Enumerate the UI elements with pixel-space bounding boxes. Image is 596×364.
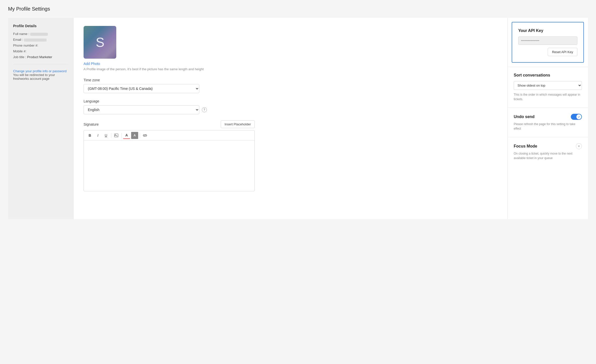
full-name-value (30, 33, 48, 36)
image-button[interactable] (113, 132, 120, 139)
mobile-row: Mobile #: (13, 49, 68, 53)
full-name-row: Full name : (13, 32, 68, 36)
job-title-label: Job title : (13, 55, 26, 59)
main-layout: Profile Details Full name : Email : Phon… (8, 18, 588, 219)
signature-editor: B I U A A (84, 130, 255, 191)
avatar-section: S Add Photo A Profile image of the perso… (84, 26, 497, 71)
insert-placeholder-button[interactable]: Insert Placeholder (221, 120, 255, 128)
undo-send-toggle[interactable]: ✓ (571, 114, 582, 120)
sort-section: Sort conversations Show oldest on top Sh… (508, 67, 588, 107)
page-wrapper: My Profile Settings Profile Details Full… (0, 0, 596, 225)
signature-label: Signature (84, 122, 99, 126)
sidebar-section-title: Profile Details (13, 24, 68, 28)
full-name-label: Full name : (13, 32, 29, 36)
sidebar-divider (13, 64, 68, 64)
sort-hint: This is the order in which messages will… (514, 92, 582, 101)
timezone-label: Time zone (84, 78, 497, 82)
main-content: S Add Photo A Profile image of the perso… (73, 18, 507, 219)
api-key-input[interactable] (518, 37, 577, 45)
job-title-value: Product Marketer (27, 55, 52, 59)
api-key-title: Your API Key (518, 28, 577, 33)
italic-button[interactable]: I (94, 132, 101, 139)
language-label: Language (84, 99, 497, 103)
svg-point-1 (115, 134, 116, 135)
editor-toolbar: B I U A A (84, 130, 254, 141)
toggle-check-icon: ✓ (578, 116, 580, 118)
undo-send-hint: Please refresh the page for this setting… (514, 122, 582, 131)
sort-title: Sort conversations (514, 73, 582, 78)
signature-header: Signature Insert Placeholder (84, 120, 255, 128)
language-select[interactable]: English (84, 105, 199, 114)
avatar-hint: A Profile image of the person, it's best… (84, 67, 204, 71)
profile-link-suffix: You will be redirected to your freshwork… (13, 73, 55, 81)
email-row: Email : (13, 38, 68, 42)
language-group: Language English ? (84, 99, 497, 114)
focus-mode-close-button[interactable]: ✕ (576, 143, 582, 149)
page-title: My Profile Settings (8, 6, 588, 12)
toolbar-separator-1 (111, 133, 111, 138)
undo-send-title: Undo send (514, 115, 535, 119)
profile-link[interactable]: Change your profile info or password (13, 69, 66, 73)
sort-select[interactable]: Show oldest on top Show newest on top (514, 81, 582, 90)
phone-row: Phone number #: (13, 44, 68, 47)
add-photo-link[interactable]: Add Photo (84, 62, 100, 66)
undo-send-header: Undo send ✓ (514, 114, 582, 120)
toolbar-separator-2 (121, 133, 122, 138)
avatar-background: S (84, 26, 116, 59)
font-color-button[interactable]: A (123, 132, 130, 139)
bold-button[interactable]: B (86, 132, 93, 139)
job-title-row: Job title : Product Marketer (13, 55, 68, 59)
profile-link-container: Change your profile info or password You… (13, 69, 68, 81)
signature-editor-body[interactable] (84, 141, 254, 191)
underline-button[interactable]: U (102, 132, 109, 139)
timezone-select[interactable]: (GMT-08:00) Pacific Time (US & Canada) (84, 84, 199, 93)
email-value (24, 39, 47, 42)
signature-group: Signature Insert Placeholder B I U (84, 120, 497, 191)
sidebar: Profile Details Full name : Email : Phon… (8, 18, 73, 219)
focus-mode-hint: On closing a ticket, quickly move to the… (514, 151, 582, 160)
avatar-letter: S (96, 35, 104, 50)
reset-api-button[interactable]: Reset API Key (548, 48, 577, 56)
api-key-section: Your API Key Reset API Key (512, 22, 584, 63)
right-panel: Your API Key Reset API Key Sort conversa… (507, 18, 588, 219)
language-help-icon[interactable]: ? (202, 107, 207, 112)
link-button[interactable] (141, 132, 148, 139)
phone-label: Phone number #: (13, 44, 38, 47)
focus-mode-section: Focus Mode ✕ On closing a ticket, quickl… (508, 137, 588, 166)
timezone-group: Time zone (GMT-08:00) Pacific Time (US &… (84, 78, 497, 93)
email-label: Email : (13, 38, 23, 42)
toggle-knob: ✓ (576, 114, 581, 119)
highlight-button[interactable]: A (131, 132, 138, 139)
avatar-container: S (84, 26, 116, 59)
toolbar-separator-3 (140, 133, 140, 138)
undo-send-section: Undo send ✓ Please refresh the page for … (508, 108, 588, 137)
mobile-label: Mobile #: (13, 49, 26, 53)
language-row: English ? (84, 105, 497, 114)
focus-mode-header: Focus Mode ✕ (514, 143, 582, 149)
focus-mode-title: Focus Mode (514, 144, 537, 149)
